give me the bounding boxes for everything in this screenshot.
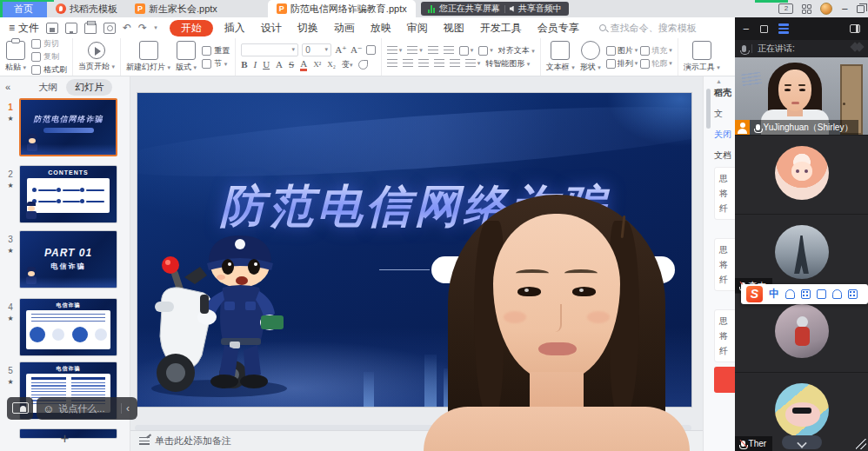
task-pane-card[interactable]: 思将纤 [714, 238, 735, 291]
convert-smart-graphic-button[interactable]: 转智能图形 ▾ [485, 58, 530, 70]
print-icon[interactable] [84, 23, 97, 34]
tab-document-1[interactable]: P 新生家长会.pptx [126, 0, 226, 17]
ime-mode-chinese[interactable]: 中 [769, 287, 779, 302]
save-icon[interactable] [46, 23, 58, 34]
redo-icon[interactable]: ↷ [138, 22, 147, 34]
play-from-page-button[interactable]: 当页开始 ▾ [78, 42, 115, 72]
tab-outline[interactable]: 大纲 [38, 81, 57, 94]
menu-tab-design[interactable]: 设计 [253, 21, 290, 36]
reset-button[interactable]: 重置 [202, 45, 230, 56]
chat-input[interactable]: ☺ 说点什么... ‹ [37, 397, 137, 420]
section-button[interactable]: 节 ▾ [202, 58, 230, 70]
grow-font-button[interactable]: A⁺ [335, 44, 347, 56]
clear-format-icon[interactable] [366, 45, 376, 55]
collapse-up-icon[interactable]: ▲ [716, 78, 722, 84]
superscript-button[interactable]: X² [313, 60, 321, 69]
present-tools-button[interactable]: 演示工具 ▾ [684, 41, 720, 73]
menu-tab-insert[interactable]: 插入 [217, 21, 253, 36]
menu-tab-view[interactable]: 视图 [436, 21, 472, 36]
fill-button[interactable]: 填充▾ [640, 45, 672, 56]
collapse-chat-icon[interactable]: ‹ [126, 402, 131, 415]
shapes-button[interactable]: 形状 ▾ [580, 41, 601, 73]
command-search-input[interactable]: 查找命令、搜索模板 [599, 22, 697, 35]
slide-thumbnail-2[interactable]: CONTENTS [19, 165, 117, 223]
file-menu-button[interactable]: ≡ 文件 [0, 21, 46, 36]
menu-tab-developer[interactable]: 开发工具 [472, 21, 530, 36]
highlight-pen-icon[interactable] [358, 60, 368, 70]
participant-tile-1[interactable] [735, 135, 868, 214]
align-text-button[interactable]: 对齐文本 ▾ [498, 45, 535, 56]
meeting-minimize-button[interactable]: − [743, 23, 750, 36]
new-slide-button[interactable]: 新建幻灯片 ▾ [126, 41, 170, 73]
add-slide-button[interactable]: + [0, 430, 130, 448]
emoji-icon[interactable]: ☺ [43, 403, 54, 415]
slide-thumbnail-3[interactable]: PART 01 电信诈骗 [19, 230, 117, 289]
increase-indent-icon[interactable] [444, 46, 454, 55]
ime-keyboard-icon[interactable] [801, 289, 811, 299]
align-center-icon[interactable] [403, 59, 413, 68]
list-view-button[interactable] [778, 23, 789, 33]
picture-button[interactable]: 图片▾ [606, 45, 638, 56]
text-direction-button[interactable]: ▾ [459, 46, 474, 56]
font-color-button[interactable]: A [300, 58, 307, 71]
menu-tab-member[interactable]: 会员专享 [530, 21, 587, 36]
italic-button[interactable]: I [253, 59, 257, 70]
cut-button[interactable]: 剪切 [31, 38, 67, 50]
decrease-indent-icon[interactable] [428, 46, 438, 55]
ime-toolbox-icon[interactable] [848, 289, 858, 299]
numbering-button[interactable]: ▾ [407, 46, 423, 55]
text-box-button[interactable]: 文本框 ▾ [546, 41, 575, 73]
print-preview-icon[interactable] [103, 23, 116, 34]
task-pane-card[interactable]: 思将纤 [714, 309, 735, 362]
minimize-button[interactable]: − [841, 3, 848, 16]
restore-button[interactable] [857, 5, 865, 13]
strikethrough-button[interactable]: S [289, 59, 294, 70]
outline-button[interactable]: 轮廓▾ [640, 58, 672, 70]
font-name-select[interactable]: ▾ [241, 43, 298, 56]
menu-tab-animations[interactable]: 动画 [326, 21, 363, 36]
font-size-select[interactable]: 0▾ [302, 43, 331, 56]
sort-text-button[interactable]: ▾ [478, 46, 493, 56]
host-video-tile[interactable]: YuJinghuan（Shirley） [735, 57, 868, 135]
tab-home[interactable]: 首页 [0, 0, 47, 17]
workspace-grid-icon[interactable] [802, 4, 811, 14]
underline-button[interactable]: U [263, 59, 270, 70]
align-right-icon[interactable] [418, 59, 429, 68]
collapse-panel-button[interactable]: « [5, 82, 10, 92]
shrink-font-button[interactable]: A⁻ [351, 44, 363, 56]
phonetic-guide-button[interactable]: 变▾ [342, 59, 353, 70]
menu-tab-home[interactable]: 开始 [170, 20, 213, 36]
task-pane-action-button[interactable] [714, 367, 735, 393]
menu-tab-review[interactable]: 审阅 [399, 21, 436, 36]
bullets-button[interactable]: ▾ [387, 46, 403, 55]
customize-caret-icon[interactable]: ▾ [154, 24, 157, 31]
collapse-panel-icon[interactable] [850, 24, 860, 33]
participant-tile-4[interactable]: Ther [735, 372, 868, 451]
format-painter-button[interactable]: 格式刷 [31, 64, 67, 76]
subscript-button[interactable]: X₂ [327, 60, 336, 69]
participant-tile-2[interactable]: 李杰 [735, 214, 868, 293]
tab-slides[interactable]: 幻灯片 [66, 79, 112, 96]
undo-icon[interactable]: ↶ [123, 22, 131, 34]
task-pane-card[interactable]: 思将纤 [714, 167, 735, 220]
ime-skin-icon[interactable] [817, 289, 826, 299]
meeting-maximize-button[interactable] [760, 25, 768, 33]
task-pane-scrollbar[interactable] [706, 89, 711, 129]
participant-tile-3[interactable] [735, 293, 868, 372]
paste-button[interactable]: 粘贴 ▾ [5, 41, 26, 73]
layout-button[interactable]: 版式 ▾ [176, 41, 197, 73]
tab-docer-templates[interactable]: 找稻壳模板 [47, 0, 126, 17]
resize-handle[interactable] [856, 439, 866, 449]
screen-share-status-pill[interactable]: 您正在共享屏幕 共享音频中 [421, 2, 569, 16]
share-screen-icon[interactable] [7, 397, 33, 420]
task-pane-close-link[interactable]: 关闭 [714, 129, 731, 141]
distribute-icon[interactable] [450, 59, 460, 68]
arrange-button[interactable]: 排列▾ [606, 58, 638, 70]
copy-button[interactable]: 复制 [31, 51, 67, 63]
window-count-badge[interactable]: 2 [778, 3, 793, 14]
align-left-icon[interactable] [387, 59, 397, 68]
justify-icon[interactable] [434, 59, 444, 68]
tab-document-2-active[interactable]: P 防范电信网络诈骗教育.pptx [268, 0, 416, 17]
bold-button[interactable]: B [241, 59, 247, 70]
slide-thumbnail-1[interactable]: 防范电信网络诈骗 [19, 98, 117, 156]
